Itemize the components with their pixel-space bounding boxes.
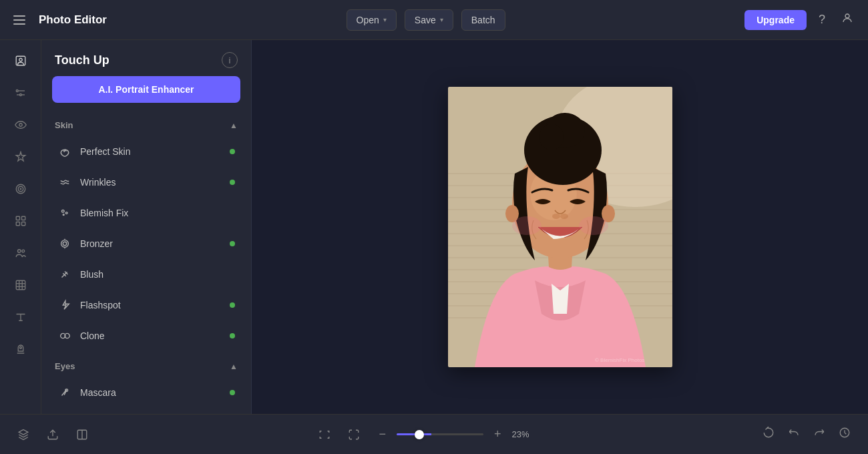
- sidebar-item-sparkle[interactable]: [7, 143, 35, 171]
- tool-item-mascara[interactable]: Mascara: [49, 378, 243, 407]
- ai-portrait-button[interactable]: A.I. Portrait Enhancer: [52, 76, 240, 103]
- svg-rect-15: [16, 222, 19, 226]
- sidebar-item-text[interactable]: [7, 303, 35, 331]
- user-icon: [841, 12, 853, 24]
- info-button[interactable]: i: [222, 52, 238, 68]
- portrait-svg: © BlemishFix Photos: [448, 87, 672, 367]
- fit-view-icon: [318, 429, 331, 441]
- tool-item-flashspot[interactable]: Flashspot: [49, 290, 243, 320]
- undo-button[interactable]: [784, 423, 804, 446]
- sidebar-item-target[interactable]: [7, 175, 35, 203]
- save-button[interactable]: Save ▾: [405, 9, 453, 31]
- zoom-in-button[interactable]: +: [489, 425, 507, 444]
- svg-point-27: [63, 214, 64, 216]
- zoom-out-button[interactable]: −: [373, 425, 391, 444]
- skin-collapse-icon[interactable]: ▲: [230, 121, 238, 130]
- wrinkles-dot: [230, 180, 235, 185]
- sidebar-item-people[interactable]: [7, 239, 35, 267]
- touch-up-title: Touch Up: [55, 53, 110, 67]
- svg-point-59: [560, 214, 568, 219]
- sidebar-item-stamp[interactable]: [7, 335, 35, 363]
- zoom-controls: − + 23%: [373, 425, 535, 444]
- main-area: Touch Up i A.I. Portrait Enhancer Skin ▲: [0, 40, 868, 414]
- open-chevron-icon: ▾: [383, 16, 387, 23]
- user-button[interactable]: [837, 8, 857, 31]
- fullscreen-icon: [348, 429, 360, 441]
- sidebar-item-grid[interactable]: [7, 207, 35, 235]
- help-button[interactable]: ?: [815, 9, 829, 31]
- svg-rect-19: [16, 280, 25, 290]
- svg-rect-16: [21, 222, 25, 226]
- redo-icon: [813, 427, 825, 439]
- bronzer-dot: [230, 241, 235, 246]
- mascara-label: Mascara: [80, 387, 230, 398]
- mascara-dot: [230, 390, 235, 395]
- svg-point-2: [19, 58, 22, 61]
- bronzer-label: Bronzer: [80, 238, 230, 249]
- tool-item-perfect-skin[interactable]: Perfect Skin: [49, 137, 243, 166]
- mascara-icon: [57, 385, 72, 400]
- zoom-value: 23%: [512, 429, 536, 439]
- people-icon: [15, 247, 27, 259]
- sparkle-icon: [15, 151, 27, 163]
- menu-button[interactable]: [11, 13, 28, 27]
- sidebar-item-adjustments[interactable]: [7, 79, 35, 107]
- bottom-right-icons: [758, 423, 855, 446]
- topbar: Photo Editor Open ▾ Save ▾ Batch Upgrade…: [0, 0, 868, 40]
- sidebar-item-eye[interactable]: [7, 111, 35, 139]
- export-button[interactable]: [43, 425, 63, 445]
- tool-item-eye-color[interactable]: Eye Color: [49, 409, 243, 414]
- eyes-tool-list: Mascara Eye Color: [41, 375, 251, 414]
- undo-icon: [788, 427, 800, 439]
- icon-sidebar: [0, 40, 41, 414]
- layers-button[interactable]: [13, 425, 33, 445]
- canvas-area: © BlemishFix Photos: [252, 40, 868, 414]
- upgrade-button[interactable]: Upgrade: [744, 10, 807, 30]
- flashspot-icon: [57, 298, 72, 312]
- svg-point-58: [552, 214, 560, 219]
- svg-point-28: [61, 240, 69, 248]
- history-button[interactable]: [835, 423, 855, 446]
- compare-button[interactable]: [72, 425, 92, 445]
- clone-dot: [230, 333, 235, 338]
- stamp-icon: [15, 343, 27, 355]
- open-button[interactable]: Open ▾: [347, 9, 397, 31]
- svg-point-29: [63, 242, 66, 245]
- tool-item-blush[interactable]: Blush: [49, 260, 243, 289]
- tool-item-wrinkles[interactable]: Wrinkles: [49, 168, 243, 197]
- tool-item-bronzer[interactable]: Bronzer: [49, 229, 243, 258]
- clone-icon: [57, 328, 72, 343]
- reset-button[interactable]: [758, 423, 779, 446]
- tool-item-blemish-fix[interactable]: Blemish Fix: [49, 198, 243, 228]
- fit-view-button[interactable]: [314, 425, 335, 445]
- redo-button[interactable]: [809, 423, 829, 446]
- adjustments-icon: [15, 87, 27, 99]
- target-icon: [15, 183, 27, 195]
- eyes-collapse-icon[interactable]: ▲: [230, 362, 238, 371]
- svg-text:© BlemishFix Photos: © BlemishFix Photos: [595, 357, 644, 363]
- zoom-slider[interactable]: [397, 433, 483, 435]
- batch-button[interactable]: Batch: [461, 9, 505, 31]
- tool-panel-scroll: Skin ▲ Perfect Skin: [41, 114, 251, 414]
- canvas-image: © BlemishFix Photos: [448, 87, 672, 367]
- tool-panel-header: Touch Up i: [41, 40, 251, 76]
- svg-point-12: [20, 188, 21, 190]
- blush-icon: [57, 267, 72, 282]
- history-icon: [839, 427, 851, 439]
- wrinkles-label: Wrinkles: [80, 177, 230, 188]
- svg-point-18: [21, 250, 24, 252]
- wrinkles-icon: [57, 175, 72, 190]
- portrait-icon: [15, 55, 27, 67]
- perfect-skin-icon: [57, 144, 72, 159]
- fullscreen-button[interactable]: [344, 425, 364, 445]
- eyes-section-title: Eyes: [55, 361, 75, 371]
- perfect-skin-label: Perfect Skin: [80, 146, 230, 157]
- sidebar-item-texture[interactable]: [7, 271, 35, 299]
- tool-item-clone[interactable]: Clone: [49, 321, 243, 351]
- sidebar-item-portrait[interactable]: [7, 47, 35, 75]
- blush-label: Blush: [80, 269, 230, 280]
- blemish-fix-icon: [57, 206, 72, 220]
- texture-icon: [15, 279, 27, 291]
- skin-tool-list: Perfect Skin Wrinkles: [41, 134, 251, 355]
- bottom-bar: − + 23%: [0, 414, 868, 454]
